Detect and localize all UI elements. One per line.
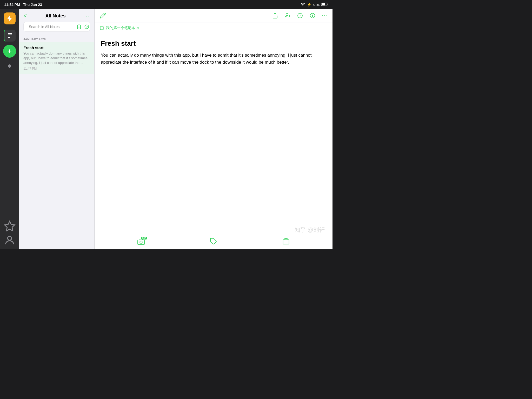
- editor-content[interactable]: Fresh start You can actually do many thi…: [95, 33, 332, 234]
- svg-rect-6: [8, 37, 10, 38]
- lightning-icon: [6, 15, 13, 22]
- chevron-down-icon: ▾: [137, 26, 139, 30]
- pencil-icon: [100, 12, 106, 19]
- sidebar-item-favorites[interactable]: [4, 220, 16, 232]
- notebook-label[interactable]: 我的第一个笔记本 ▾: [95, 23, 332, 33]
- share-icon: [272, 12, 278, 19]
- editor-toolbar: ···: [95, 9, 332, 23]
- battery-percent: 63%: [313, 3, 320, 7]
- bulb-icon: [6, 64, 13, 70]
- add-note-button[interactable]: +: [3, 45, 16, 58]
- status-bar: 11:54 PM Thu Jan 23 ⚡ 63%: [0, 0, 332, 9]
- charging-icon: ⚡: [307, 3, 311, 7]
- svg-point-23: [140, 241, 142, 243]
- tags-button[interactable]: [210, 238, 217, 246]
- search-input[interactable]: [29, 25, 74, 29]
- info-button[interactable]: [309, 12, 316, 20]
- notes-list-icon: [7, 32, 13, 39]
- stack-button[interactable]: [282, 238, 290, 246]
- notes-list-panel: < All Notes ···: [19, 9, 95, 249]
- notes-list-title-row: < All Notes ···: [23, 12, 90, 19]
- search-bar[interactable]: [23, 22, 90, 32]
- tag-icon: [210, 238, 217, 245]
- back-button[interactable]: <: [23, 12, 27, 19]
- reminder-button[interactable]: [297, 12, 303, 20]
- reminder-icon: [297, 12, 303, 19]
- person-add-button[interactable]: [284, 12, 291, 20]
- editor-more-button[interactable]: ···: [322, 13, 327, 19]
- notes-list-header: < All Notes ···: [19, 9, 94, 36]
- camera-ocr-button[interactable]: OCR: [137, 238, 145, 245]
- svg-rect-3: [8, 33, 12, 34]
- editor-toolbar-right: ···: [272, 12, 327, 20]
- bookmark-icon[interactable]: [76, 24, 82, 29]
- ocr-badge: OCR: [141, 237, 147, 240]
- notes-section-header: JANUARY 2020: [19, 36, 94, 42]
- person-icon: [4, 234, 16, 246]
- status-left: 11:54 PM Thu Jan 23: [4, 3, 42, 7]
- sidebar-item-notes[interactable]: [4, 30, 16, 42]
- status-date: Thu Jan 23: [23, 3, 42, 7]
- star-icon: [4, 220, 16, 232]
- wifi-icon: [301, 3, 305, 7]
- status-right: ⚡ 63%: [301, 3, 328, 7]
- svg-rect-5: [8, 36, 11, 36]
- notebook-name: 我的第一个笔记本: [106, 26, 135, 30]
- note-editor-panel: ··· 我的第一个笔记本 ▾ Fresh start You can actua…: [95, 9, 332, 249]
- svg-point-14: [286, 14, 288, 16]
- notebook-icon: [100, 26, 104, 30]
- checkmark-icon[interactable]: [84, 24, 89, 29]
- svg-line-12: [104, 14, 105, 15]
- notes-list-title: All Notes: [45, 13, 66, 19]
- svg-rect-25: [283, 240, 289, 244]
- search-action-icons: [76, 24, 89, 29]
- editor-title: Fresh start: [101, 39, 326, 48]
- sidebar: +: [0, 9, 19, 249]
- svg-marker-7: [5, 221, 15, 231]
- editor-bottom-bar: OCR: [95, 234, 332, 249]
- svg-point-8: [8, 236, 11, 240]
- svg-rect-2: [322, 3, 325, 5]
- stack-icon: [282, 238, 290, 245]
- svg-rect-4: [8, 35, 12, 35]
- note-item-title: Fresh start: [23, 45, 90, 50]
- battery-icon: [321, 3, 328, 7]
- main-area: + < All Note: [0, 9, 332, 249]
- note-item-time: 11:47 PM: [23, 67, 90, 70]
- sidebar-item-profile[interactable]: [4, 234, 16, 246]
- sidebar-item-ideas[interactable]: [4, 61, 16, 73]
- sidebar-bottom: [4, 220, 16, 246]
- info-icon: [309, 12, 316, 19]
- status-time: 11:54 PM: [4, 3, 20, 7]
- editor-body: You can actually do many things with thi…: [101, 52, 326, 66]
- note-item[interactable]: Fresh start You can actually do many thi…: [19, 42, 94, 74]
- svg-point-0: [302, 5, 303, 6]
- note-item-preview: You can actually do many things with thi…: [23, 51, 90, 65]
- app-logo[interactable]: [4, 12, 16, 24]
- person-add-icon: [284, 12, 291, 19]
- notes-more-button[interactable]: ···: [84, 13, 90, 19]
- svg-rect-21: [100, 26, 103, 30]
- pencil-icon-btn[interactable]: [100, 12, 106, 20]
- share-button[interactable]: [272, 12, 278, 20]
